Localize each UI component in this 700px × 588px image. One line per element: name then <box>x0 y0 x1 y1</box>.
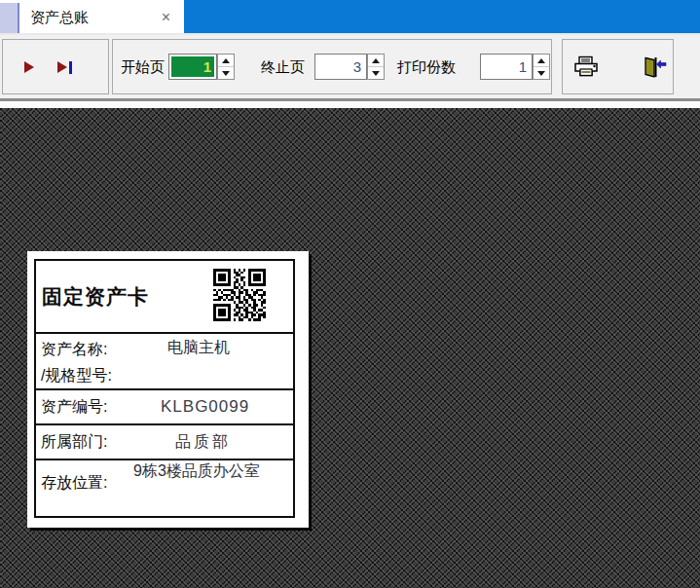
app-window: 资产总账 × 开始页 终止页 <box>0 0 700 588</box>
card-title: 固定资产卡 <box>42 261 149 332</box>
exit-button[interactable] <box>638 46 671 89</box>
end-page-up-button[interactable] <box>368 55 384 67</box>
last-page-bar-icon <box>69 61 72 74</box>
down-arrow-icon <box>222 71 230 76</box>
start-page-input[interactable] <box>168 54 217 80</box>
end-page-down-button[interactable] <box>368 67 384 79</box>
asset-code-label: 资产编号: <box>41 390 107 423</box>
asset-name-label: 资产名称: /规格型号: <box>41 336 112 388</box>
end-page-stepper <box>367 54 385 80</box>
toolbar: 开始页 终止页 打印份数 <box>0 35 700 98</box>
tabstrip-corner-block <box>0 3 19 33</box>
end-page-input[interactable] <box>314 54 367 80</box>
up-arrow-icon <box>372 58 380 63</box>
last-page-button[interactable] <box>50 46 79 89</box>
department-label: 所属部门: <box>41 425 107 459</box>
actions-panel <box>562 39 674 94</box>
start-page-down-button[interactable] <box>218 67 234 79</box>
tab-title: 资产总账 <box>30 9 89 27</box>
card-header-row: 固定资产卡 <box>36 261 293 332</box>
tab-asset-ledger[interactable]: 资产总账 × <box>21 3 184 33</box>
page-settings-panel: 开始页 终止页 打印份数 <box>112 39 552 94</box>
department-value: 品质部 <box>175 432 231 453</box>
copies-stepper <box>533 54 550 80</box>
start-page-stepper <box>217 54 235 80</box>
start-page-label: 开始页 <box>121 40 165 93</box>
print-preview-area[interactable]: 固定资产卡 资产名称: /规格型号: 电脑主机 资产编号: KLBG0099 所… <box>0 108 700 588</box>
qr-code <box>213 269 266 321</box>
copies-input[interactable] <box>480 54 533 80</box>
printer-icon <box>573 55 599 79</box>
down-arrow-icon <box>372 71 380 76</box>
start-page-up-button[interactable] <box>218 55 234 67</box>
close-icon[interactable]: × <box>162 9 170 26</box>
copies-down-button[interactable] <box>534 67 549 79</box>
copies-label: 打印份数 <box>397 40 456 93</box>
location-label: 存放位置: <box>41 473 107 494</box>
card-row-department: 所属部门: 品质部 <box>36 423 293 459</box>
tab-strip: 资产总账 × <box>0 0 700 33</box>
next-page-button[interactable] <box>15 46 44 89</box>
card-row-name: 资产名称: /规格型号: 电脑主机 <box>36 332 293 388</box>
asset-card: 固定资产卡 资产名称: /规格型号: 电脑主机 资产编号: KLBG0099 所… <box>34 259 295 518</box>
preview-page: 固定资产卡 资产名称: /规格型号: 电脑主机 资产编号: KLBG0099 所… <box>27 251 309 528</box>
asset-name-value: 电脑主机 <box>167 338 230 358</box>
exit-door-icon <box>642 55 667 79</box>
last-page-icon <box>57 61 67 73</box>
card-row-code: 资产编号: KLBG0099 <box>36 388 293 423</box>
asset-code-value: KLBG0099 <box>161 397 249 417</box>
end-page-label: 终止页 <box>261 40 305 93</box>
nav-panel <box>2 39 109 94</box>
down-arrow-icon <box>537 71 545 76</box>
up-arrow-icon <box>537 58 545 63</box>
preview-top-margin <box>0 101 700 108</box>
tabstrip-background <box>184 0 700 33</box>
location-value: 9栋3楼品质办公室 <box>133 461 260 482</box>
up-arrow-icon <box>222 58 230 63</box>
print-button[interactable] <box>570 46 603 89</box>
copies-up-button[interactable] <box>534 55 549 67</box>
card-row-location: 存放位置: 9栋3楼品质办公室 <box>36 459 293 514</box>
next-page-icon <box>24 61 34 73</box>
